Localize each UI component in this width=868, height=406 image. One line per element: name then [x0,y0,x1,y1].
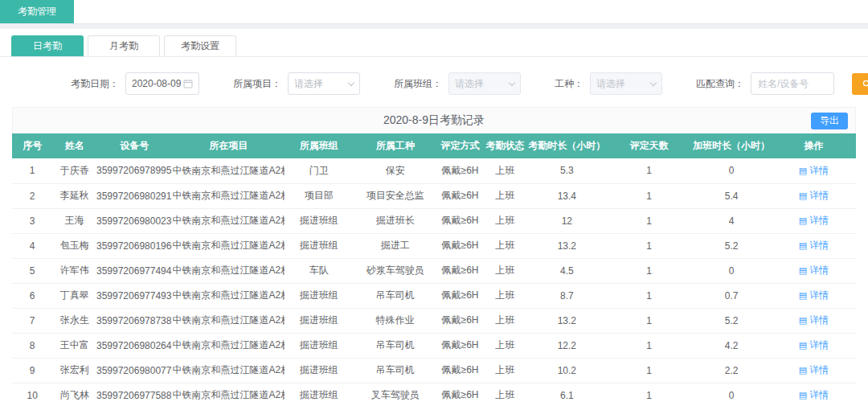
table-cell: 0.7 [691,283,772,308]
match-query-input[interactable] [751,72,834,95]
table-row: 8王中富359972069802640中铁南京和燕过江隧道A2标掘进班组吊车司机… [12,333,856,358]
document-icon: ▤ [799,166,807,175]
operation-cell: ▤详情 [772,333,856,358]
document-icon: ▤ [799,240,807,250]
detail-link[interactable]: ▤详情 [799,314,829,326]
table-cell: 上班 [483,233,527,258]
table-cell: 掘进班组 [285,333,353,358]
detail-link[interactable]: ▤详情 [799,240,829,251]
table-cell: 中铁南京和燕过江隧道A2标 [172,283,285,308]
operation-cell: ▤详情 [772,308,856,333]
table-row: 7张永生359972069787387中铁南京和燕过江隧道A2标掘进班组特殊作业… [12,308,856,333]
table-cell: 佩戴≥6H [437,358,483,383]
project-select[interactable]: 请选择 [288,72,360,95]
calendar-icon [183,79,193,88]
table-cell: 佩戴≥6H [437,383,483,406]
table-cell: 掘进班组 [285,358,353,383]
table-cell: 1 [607,183,691,208]
table-cell: 1 [12,158,52,183]
table-cell: 359972069774930 [96,283,173,308]
worktype-select: 请选择 [590,72,662,95]
table-cell: 掘进班组 [285,208,353,233]
table-cell: 1 [607,333,691,358]
table-cell: 4.2 [691,333,772,358]
table-cell: 359972069775887 [96,383,173,406]
table-cell: 8 [12,333,52,358]
table-cell: 砂浆车驾驶员 [353,258,437,283]
table-cell: 中铁南京和燕过江隧道A2标 [172,183,285,208]
table-cell: 吊车司机 [353,283,437,308]
worktype-select-value: 请选择 [596,77,625,91]
search-icon [862,80,868,88]
search-button[interactable]: 搜索 [852,73,868,95]
detail-link[interactable]: ▤详情 [799,265,829,276]
table-row: 3王海359972069800230中铁南京和燕过江隧道A2标掘进班组掘进班长佩… [12,208,856,233]
document-icon: ▤ [799,390,807,400]
detail-link[interactable]: ▤详情 [799,364,829,375]
table-cell: 2.2 [691,358,772,383]
table-cell: 10 [12,383,52,406]
table-cell: 王海 [52,208,96,233]
operation-cell: ▤详情 [772,208,856,233]
detail-link[interactable]: ▤详情 [799,339,829,351]
table-cell: 掘进班组 [285,383,353,406]
table-cell: 359972069802913 [96,183,173,208]
table-cell: 359972069801960 [96,233,173,258]
table-cell: 5.4 [691,183,772,208]
operation-cell: ▤详情 [772,158,856,183]
table-cell: 1 [607,358,691,383]
worktype-filter-group: 工种： 请选择 [555,72,662,95]
operation-cell: ▤详情 [772,183,856,208]
chevron-down-icon [509,79,515,85]
detail-link[interactable]: ▤详情 [799,289,829,301]
project-select-value: 请选择 [294,77,323,91]
table-cell: 5.2 [691,308,772,333]
column-header: 操作 [772,133,856,158]
table-cell: 9 [12,358,52,383]
table-cell: 1 [607,383,691,406]
table-cell: 中铁南京和燕过江隧道A2标 [172,258,285,283]
detail-link[interactable]: ▤详情 [799,215,829,226]
table-cell: 359972069800776 [96,358,173,383]
table-title-bar: 2020-8-9日考勤记录 导出 [12,107,856,133]
date-filter-group: 考勤日期： 2020-08-09 [71,72,199,95]
tab-daily-attendance[interactable]: 日考勤 [11,35,84,56]
table-cell: 4 [691,208,772,233]
document-icon: ▤ [799,315,807,325]
detail-link[interactable]: ▤详情 [799,389,829,400]
team-filter-group: 所属班组： 请选择 [394,72,521,95]
table-cell: 5 [12,258,52,283]
team-filter-label: 所属班组： [394,77,442,91]
table-cell: 0 [691,383,772,406]
table-cell: 特殊作业 [353,308,437,333]
attendance-date-picker[interactable]: 2020-08-09 [125,72,199,95]
table-cell: 掘进班组 [285,283,353,308]
table-cell: 门卫 [285,158,353,183]
table-cell: 1 [607,158,691,183]
attendance-table-body: 1于庆香359972069789953中铁南京和燕过江隧道A2标门卫保安佩戴≥6… [12,158,856,406]
attendance-table: 序号姓名设备号所在项目所属班组所属工种评定方式考勤状态考勤时长（小时）评定天数加… [12,133,856,406]
table-cell: 李延秋 [52,183,96,208]
table-cell: 中铁南京和燕过江隧道A2标 [172,208,285,233]
table-cell: 1 [607,283,691,308]
table-cell: 7 [12,308,52,333]
table-cell: 1 [607,233,691,258]
table-cell: 0 [691,158,772,183]
detail-link[interactable]: ▤详情 [799,165,829,176]
table-cell: 丁真翠 [52,283,96,308]
tab-attendance-settings[interactable]: 考勤设置 [164,35,236,56]
table-cell: 于庆香 [52,158,96,183]
table-cell: 3 [12,208,52,233]
table-cell: 上班 [483,358,527,383]
table-cell: 项目部 [285,183,353,208]
top-module-bar: 考勤管理 [0,0,868,24]
table-cell: 上班 [483,308,527,333]
table-cell: 1 [607,208,691,233]
detail-link[interactable]: ▤详情 [799,190,829,201]
table-row: 6丁真翠359972069774930中铁南京和燕过江隧道A2标掘进班组吊车司机… [12,283,856,308]
module-tab-attendance[interactable]: 考勤管理 [0,0,74,23]
table-cell: 佩戴≥6H [437,308,483,333]
tab-monthly-attendance[interactable]: 月考勤 [88,35,160,56]
table-cell: 许军伟 [52,258,96,283]
export-button[interactable]: 导出 [811,113,848,129]
